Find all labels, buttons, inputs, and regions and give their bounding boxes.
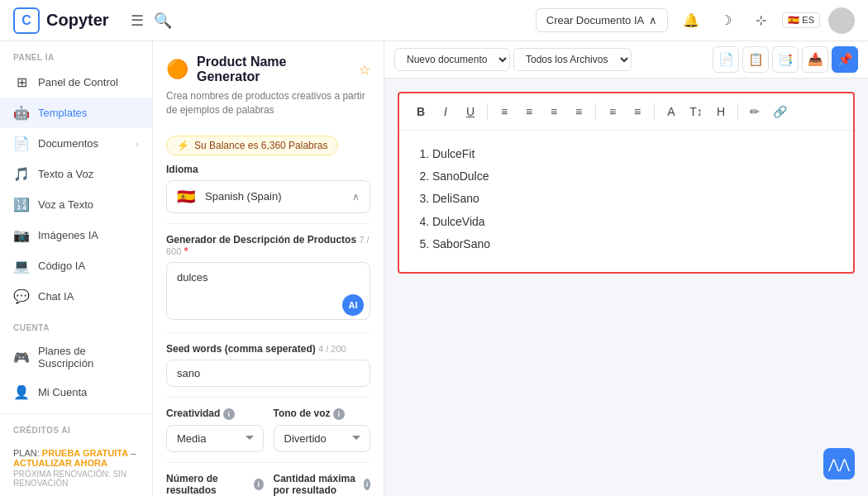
- link-button[interactable]: 🔗: [768, 100, 791, 123]
- sidebar-item-panel-control[interactable]: ⊞ Panel de Control: [0, 67, 152, 98]
- format-divider-4: [737, 103, 738, 120]
- language-selector[interactable]: 🇪🇸 Spanish (Spain) ∧: [166, 180, 370, 213]
- planes-icon: 🎮: [13, 350, 30, 365]
- creditos-label: CRÉDITOS AI: [0, 414, 152, 440]
- credits-renew-text: PRÓXIMA RENOVACIÓN: SIN RENOVACIÓN: [13, 470, 139, 488]
- editor-action-save-btn[interactable]: 📥: [802, 46, 828, 73]
- sidebar-item-templates[interactable]: 🤖 Templates: [0, 98, 152, 128]
- seed-label: Seed words (comma seperated) 4 / 200: [166, 343, 370, 355]
- editor-text-content[interactable]: DulceFit SanoDulce DeliSano DulceVida Sa…: [399, 131, 853, 269]
- scroll-to-top-button[interactable]: ⋀⋀: [823, 448, 855, 479]
- sidebar-label-voz-texto: Voz a Texto: [38, 198, 93, 211]
- sidebar-item-chat-ia[interactable]: 💬 Chat IA: [0, 281, 152, 312]
- heading-button[interactable]: H: [709, 100, 732, 123]
- editor-action-doc-btn[interactable]: 📑: [772, 46, 799, 73]
- sidebar-label-chat: Chat IA: [38, 290, 74, 303]
- creatividad-select[interactable]: Baja Media Alta: [166, 425, 264, 452]
- imagenes-icon: 📷: [13, 227, 30, 243]
- fullscreen-icon[interactable]: ⊹: [747, 7, 774, 34]
- editor-action-copy-btn[interactable]: 📄: [713, 46, 739, 73]
- editor-box: B I U ≡ ≡ ≡ ≡ ≡ ≡ A: [398, 92, 855, 274]
- sidebar-bottom: CRÉDITOS AI PLAN: PRUEBA GRATUITA – ACTU…: [0, 413, 152, 496]
- sidebar-item-texto-a-voz[interactable]: 🎵 Texto a Voz: [0, 159, 152, 189]
- sidebar-item-mi-cuenta[interactable]: 👤 Mi Cuenta: [0, 377, 152, 408]
- list-item: DeliSano: [432, 188, 837, 209]
- generator-textarea[interactable]: dulces: [166, 262, 370, 320]
- favorite-star-icon[interactable]: ☆: [359, 62, 370, 78]
- template-emoji: 🟠: [166, 59, 188, 80]
- chevron-up-icon: ∧: [649, 14, 657, 26]
- align-center-button[interactable]: ≡: [517, 100, 541, 123]
- menu-toggle-button[interactable]: ☰: [126, 7, 149, 35]
- language-value: Spanish (Spain): [205, 190, 346, 203]
- mi-cuenta-icon: 👤: [13, 384, 30, 400]
- align-right-button[interactable]: ≡: [542, 100, 565, 123]
- creatividad-info-icon[interactable]: i: [223, 408, 235, 420]
- format-divider-3: [654, 103, 655, 120]
- texto-voz-icon: 🎵: [13, 166, 30, 182]
- max-qty-col: Cantidad máxima por resultado i: [274, 473, 371, 496]
- credits-info: PLAN: PRUEBA GRATUITA – ACTUALIZAR AHORA…: [0, 440, 152, 496]
- sidebar-item-imagenes-ia[interactable]: 📷 Imágenes IA: [0, 220, 152, 250]
- num-results-row: Número de resultados i Cantidad máxima p…: [166, 473, 370, 496]
- crear-doc-label: Crear Documento IA: [546, 14, 645, 26]
- editor-action-download-btn[interactable]: 📋: [742, 46, 769, 73]
- sidebar-item-documentos[interactable]: 📄 Documentos ›: [0, 128, 152, 159]
- seed-input[interactable]: [166, 360, 370, 387]
- notifications-icon[interactable]: 🔔: [678, 7, 704, 34]
- ordered-list-button[interactable]: ≡: [601, 100, 624, 123]
- tono-label: Tono de voz i: [274, 408, 371, 420]
- italic-button[interactable]: I: [434, 100, 457, 123]
- unordered-list-button[interactable]: ≡: [626, 100, 649, 123]
- search-button[interactable]: 🔍: [149, 7, 177, 35]
- font-size-button[interactable]: T↕: [684, 100, 708, 123]
- logo: C Copyter: [13, 7, 109, 34]
- new-document-select[interactable]: Nuevo documento: [394, 48, 510, 71]
- sidebar-label-documentos: Documentos: [38, 137, 98, 150]
- form-section: Idioma 🇪🇸 Spanish (Spain) ∧ Generador de…: [153, 164, 384, 496]
- sidebar-label-codigo: Código IA: [38, 260, 85, 272]
- grid-icon: ⊞: [13, 74, 30, 90]
- max-qty-info-icon[interactable]: i: [364, 479, 370, 490]
- documentos-icon: 📄: [13, 136, 30, 151]
- sidebar-label-planes: Planes de Suscripción: [38, 345, 139, 370]
- tono-select[interactable]: Formal Divertido Profesional Casual: [274, 425, 371, 452]
- cuenta-label: CUENTA: [0, 312, 152, 337]
- credits-free-link[interactable]: PRUEBA GRATUITA: [42, 448, 128, 458]
- panel-ia-label: PANEL IA: [0, 41, 152, 67]
- sidebar-item-codigo-ia[interactable]: 💻 Código IA: [0, 250, 152, 281]
- font-color-button[interactable]: A: [660, 100, 683, 123]
- list-item: DulceVida: [432, 212, 837, 232]
- generator-label: Generador de Descripción de Productos 7 …: [166, 234, 370, 257]
- template-title: Product Name Generator: [197, 55, 351, 84]
- sidebar-label-templates: Templates: [38, 107, 87, 119]
- editor-action-active-btn[interactable]: 📌: [832, 46, 858, 73]
- spain-flag-icon: 🇪🇸: [177, 188, 195, 206]
- bold-button[interactable]: B: [409, 100, 432, 123]
- language-flag-badge[interactable]: 🇪🇸 ES: [782, 12, 820, 28]
- align-left-button[interactable]: ≡: [493, 100, 516, 123]
- sidebar-item-planes[interactable]: 🎮 Planes de Suscripción: [0, 337, 152, 377]
- chat-icon: 💬: [13, 289, 30, 304]
- dark-mode-icon[interactable]: ☽: [713, 7, 739, 34]
- results-list: DulceFit SanoDulce DeliSano DulceVida Sa…: [416, 144, 837, 255]
- num-results-info-icon[interactable]: i: [254, 479, 263, 490]
- justify-button[interactable]: ≡: [567, 100, 590, 123]
- voz-texto-icon: 🔢: [13, 197, 30, 212]
- sidebar-label-mi-cuenta: Mi Cuenta: [38, 386, 87, 398]
- balance-text: Su Balance es 6,360 Palabras: [194, 140, 327, 151]
- crear-documento-button[interactable]: Crear Documento IA ∧: [536, 8, 669, 32]
- chevron-right-icon: ›: [136, 139, 139, 149]
- ai-assist-icon[interactable]: AI: [342, 294, 364, 316]
- tono-info-icon[interactable]: i: [333, 408, 345, 420]
- edit-button[interactable]: ✏: [743, 100, 766, 123]
- num-results-label: Número de resultados i: [166, 473, 264, 496]
- credits-plan-text: PLAN: PRUEBA GRATUITA – ACTUALIZAR AHORA: [13, 448, 139, 468]
- sidebar-label-imagenes: Imágenes IA: [38, 229, 98, 241]
- user-avatar[interactable]: [828, 7, 855, 34]
- sidebar-item-voz-a-texto[interactable]: 🔢 Voz a Texto: [0, 189, 152, 220]
- underline-button[interactable]: U: [459, 100, 482, 123]
- update-link[interactable]: ACTUALIZAR AHORA: [13, 458, 107, 468]
- archive-select[interactable]: Todos los Archivos: [513, 48, 632, 71]
- content-area: 🟠 Product Name Generator ☆ Crea nombres …: [153, 41, 868, 496]
